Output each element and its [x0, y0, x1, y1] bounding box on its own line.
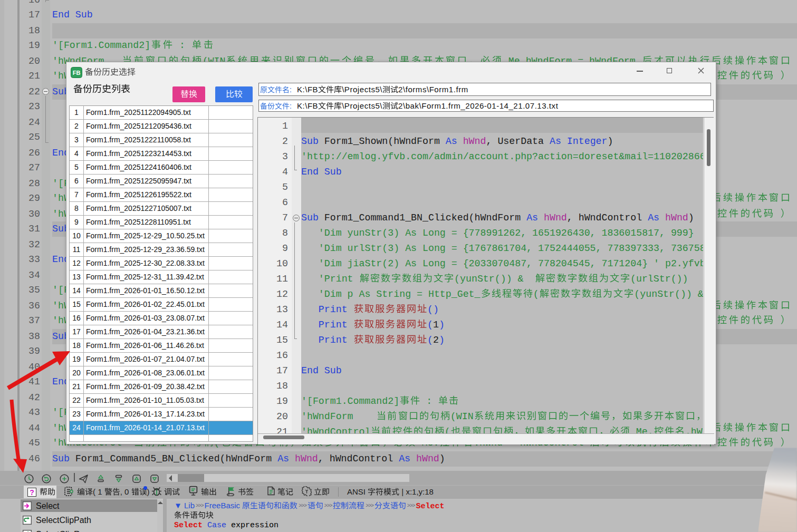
- svg-text:FB: FB: [73, 70, 81, 76]
